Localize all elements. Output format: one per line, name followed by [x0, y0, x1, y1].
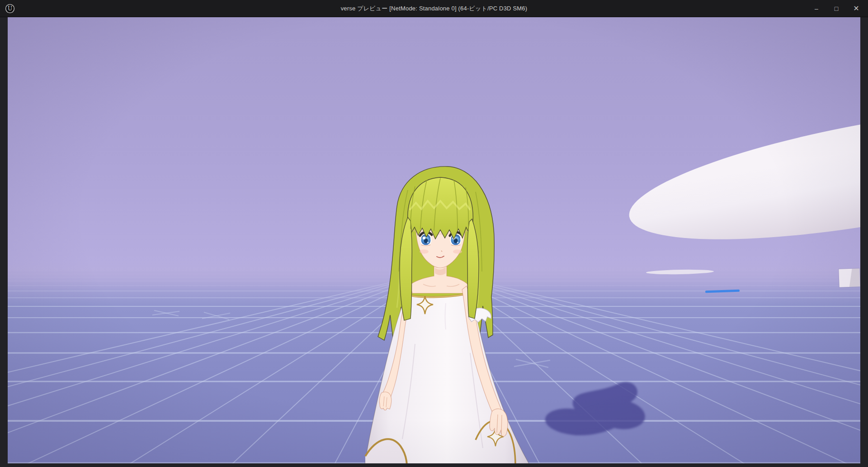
blush-left — [420, 250, 429, 254]
distant-cube — [839, 268, 860, 287]
left-hand — [379, 392, 392, 410]
app-window: U verse プレビュー [NetMode: Standalone 0] (6… — [0, 0, 868, 467]
close-button[interactable]: ✕ — [846, 0, 866, 17]
character-cast-shadow — [539, 379, 656, 443]
minimize-button[interactable]: – — [807, 0, 826, 17]
game-viewport[interactable] — [8, 17, 860, 463]
unreal-engine-logo-icon: U — [5, 4, 15, 14]
window-controls: – □ ✕ — [807, 0, 866, 17]
maximize-button[interactable]: □ — [826, 0, 846, 17]
character-figure — [357, 163, 538, 463]
titlebar[interactable]: U verse プレビュー [NetMode: Standalone 0] (6… — [0, 0, 868, 17]
window-title: verse プレビュー [NetMode: Standalone 0] (64-… — [341, 0, 528, 17]
blush-right — [453, 250, 462, 254]
window-frame — [0, 17, 868, 467]
logo-letter: U — [8, 5, 12, 12]
